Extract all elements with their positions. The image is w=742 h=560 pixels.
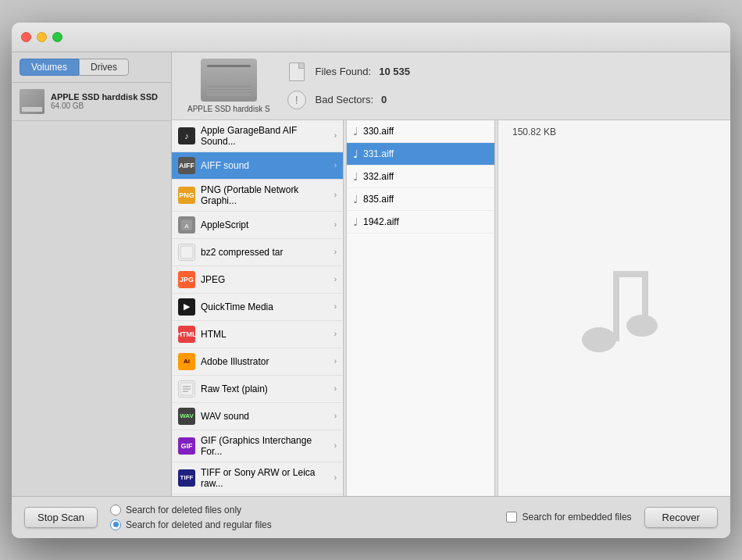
checkbox-embedded[interactable]: Search for embedded files: [506, 512, 631, 523]
files-found-value: 10 535: [379, 66, 410, 77]
category-label: bz2 compressed tar: [201, 247, 334, 258]
jpeg-icon: JPG: [178, 271, 195, 288]
file-item-1942[interactable]: ♩ 1942.aiff: [347, 211, 494, 234]
maximize-button[interactable]: [52, 32, 62, 42]
volume-item[interactable]: APPLE SSD harddisk SSD 64.00 GB: [12, 83, 171, 121]
rawtext-icon: [178, 380, 195, 398]
png-icon: PNG: [178, 187, 195, 204]
drive-label: APPLE SSD harddisk S: [187, 105, 270, 113]
music-note-icon: ♩: [353, 125, 359, 137]
svg-text:A: A: [184, 223, 189, 230]
files-found-row: Files Found: 10 535: [286, 61, 715, 83]
drive-visual: APPLE SSD harddisk S: [187, 59, 270, 113]
music-note-icon: ♩: [353, 148, 359, 160]
chevron-right-icon: ›: [334, 412, 337, 420]
quicktime-icon: ▶: [178, 298, 195, 316]
category-item-rawtext[interactable]: Raw Text (plain) ›: [172, 376, 343, 403]
html-icon: HTML: [178, 326, 195, 343]
chevron-right-icon: ›: [334, 220, 337, 229]
chevron-right-icon: ›: [334, 275, 337, 284]
chevron-right-icon: ›: [334, 330, 337, 338]
category-item-quicktime[interactable]: ▶ QuickTime Media ›: [172, 294, 343, 321]
tab-drives[interactable]: Drives: [79, 59, 129, 76]
illustrator-icon: Ai: [178, 353, 195, 370]
chevron-right-icon: ›: [334, 248, 337, 256]
file-name: 330.aiff: [363, 126, 394, 137]
category-item-illustrator[interactable]: Ai Adobe Illustrator ›: [172, 348, 343, 376]
category-item-pdf[interactable]: PDF PDF ›: [172, 494, 343, 496]
category-item-png[interactable]: PNG PNG (Portable Network Graphi... ›: [172, 180, 343, 212]
garageband-icon: ♪: [178, 127, 195, 144]
radio-deleted-regular-indicator: [110, 519, 121, 530]
files-found-label: Files Found:: [316, 66, 372, 77]
preview-pane: 150.82 KB: [498, 120, 730, 496]
stats-panel: Files Found: 10 535 ! Bad Sectors: 0: [286, 61, 715, 111]
warning-icon: !: [286, 89, 308, 111]
category-label: GIF (Graphics Interchange For...: [201, 435, 334, 457]
category-label: Raw Text (plain): [201, 383, 334, 394]
category-label: PNG (Portable Network Graphi...: [201, 184, 334, 206]
music-note-icon: ♩: [353, 193, 359, 205]
svg-point-7: [582, 327, 616, 352]
music-note-icon: ♩: [353, 216, 359, 228]
file-browser: ♪ Apple GarageBand AIF Sound... › AIFF A…: [172, 120, 730, 496]
radio-deleted-regular-label: Search for deleted and regular files: [126, 519, 272, 530]
tab-volumes[interactable]: Volumes: [20, 59, 79, 76]
chevron-right-icon: ›: [334, 357, 337, 366]
wav-icon: WAV: [178, 408, 195, 425]
category-label: TIFF or Sony ARW or Leica raw...: [201, 467, 334, 489]
bad-sectors-value: 0: [381, 94, 387, 105]
category-item-garageband[interactable]: ♪ Apple GarageBand AIF Sound... ›: [172, 120, 343, 152]
drive-image: [201, 59, 257, 102]
applescript-icon: A: [178, 216, 195, 234]
category-label: AIFF sound: [201, 160, 334, 171]
file-item-331[interactable]: ♩ 331.aiff: [347, 143, 494, 166]
music-preview: [505, 137, 724, 490]
category-list: ♪ Apple GarageBand AIF Sound... › AIFF A…: [172, 120, 344, 496]
chevron-right-icon: ›: [334, 131, 337, 140]
traffic-lights: [21, 32, 62, 42]
search-options: Search for deleted files only Search for…: [110, 505, 494, 530]
file-item-330[interactable]: ♩ 330.aiff: [347, 120, 494, 143]
category-item-wav[interactable]: WAV WAV sound ›: [172, 403, 343, 430]
svg-rect-11: [642, 271, 648, 327]
file-item-332[interactable]: ♩ 332.aiff: [347, 166, 494, 188]
volume-icon: [20, 89, 45, 114]
aiff-icon: AIFF: [178, 157, 195, 174]
music-note-icon: ♩: [353, 170, 359, 183]
bz2-icon: [178, 244, 195, 261]
category-label: QuickTime Media: [201, 301, 334, 312]
chevron-right-icon: ›: [334, 441, 337, 450]
category-item-tiff[interactable]: TIFF TIFF or Sony ARW or Leica raw... ›: [172, 462, 343, 494]
category-item-jpeg[interactable]: JPG JPEG ›: [172, 266, 343, 294]
file-name: 1942.aiff: [363, 216, 399, 227]
category-item-html[interactable]: HTML HTML ›: [172, 321, 343, 348]
recover-button[interactable]: Recover: [644, 507, 718, 528]
radio-deleted-regular[interactable]: Search for deleted and regular files: [110, 519, 494, 530]
large-music-note-icon: [556, 248, 673, 379]
stop-scan-button[interactable]: Stop Scan: [24, 507, 98, 528]
category-item-applescript[interactable]: A AppleScript ›: [172, 212, 343, 239]
category-label: WAV sound: [201, 411, 334, 422]
main-content: Volumes Drives APPLE SSD harddisk SSD 64…: [12, 52, 730, 496]
checkbox-embedded-indicator: [506, 512, 517, 523]
category-item-bz2[interactable]: bz2 compressed tar ›: [172, 239, 343, 266]
warning-icon-shape: !: [287, 91, 306, 109]
category-item-gif[interactable]: GIF GIF (Graphics Interchange For... ›: [172, 430, 343, 462]
file-name: 331.aiff: [363, 148, 394, 159]
volume-info: APPLE SSD harddisk SSD 64.00 GB: [51, 92, 158, 110]
radio-deleted-only[interactable]: Search for deleted files only: [110, 505, 494, 515]
file-size-label: 150.82 KB: [505, 127, 556, 137]
file-item-835[interactable]: ♩ 835.aiff: [347, 188, 494, 211]
category-label: Apple GarageBand AIF Sound...: [201, 125, 334, 147]
sidebar-tabs: Volumes Drives: [12, 52, 171, 83]
radio-deleted-only-label: Search for deleted files only: [126, 505, 241, 515]
category-label: AppleScript: [201, 219, 334, 230]
svg-rect-9: [613, 271, 619, 341]
close-button[interactable]: [21, 32, 31, 42]
main-window: Volumes Drives APPLE SSD harddisk SSD 64…: [12, 23, 730, 538]
minimize-button[interactable]: [37, 32, 47, 42]
category-item-aiff[interactable]: AIFF AIFF sound ›: [172, 152, 343, 180]
volume-size: 64.00 GB: [51, 102, 158, 110]
file-icon: [286, 61, 308, 83]
